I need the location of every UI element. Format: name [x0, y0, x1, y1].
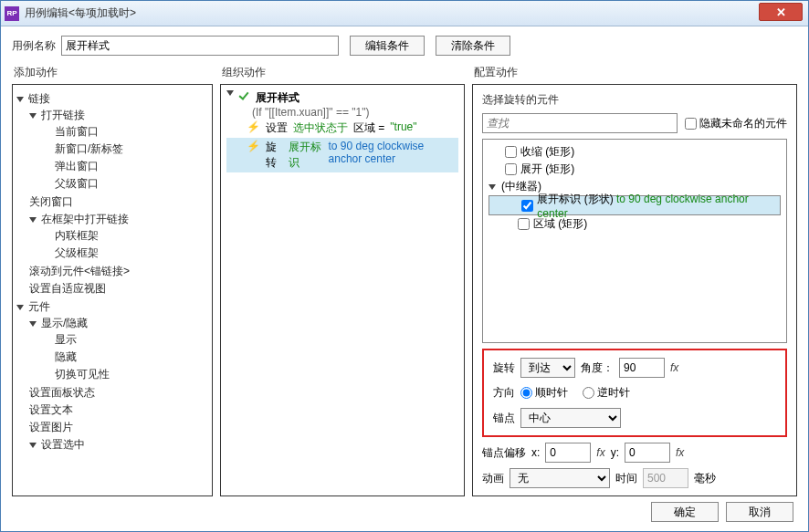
tree-item[interactable]: 父级窗口 [55, 177, 99, 190]
checkbox[interactable] [518, 218, 530, 230]
direction-label: 方向 [493, 385, 515, 401]
action-tree[interactable]: 链接 打开链接 当前窗口 新窗口/新标签 弹出窗口 父级窗口 [13, 85, 212, 460]
tree-item[interactable]: 隐藏 [55, 350, 77, 363]
tree-set-adaptive[interactable]: 设置自适应视图 [29, 282, 106, 295]
clockwise-radio[interactable]: 顺时针 [520, 385, 568, 401]
tree-item[interactable]: 内联框架 [55, 229, 99, 242]
expand-icon[interactable] [29, 443, 37, 448]
checkbox[interactable] [505, 163, 517, 175]
titlebar: RP 用例编辑<每项加载时> ✕ [1, 1, 808, 26]
animate-label: 动画 [482, 471, 504, 486]
expand-icon[interactable] [489, 184, 496, 190]
tree-show-hide[interactable]: 显示/隐藏 [41, 316, 88, 331]
search-input[interactable] [482, 113, 678, 133]
edit-condition-button[interactable]: 编辑条件 [350, 36, 425, 56]
list-item[interactable]: 区域 (矩形) [533, 216, 587, 232]
ms-label: 毫秒 [694, 471, 716, 486]
action-row[interactable]: ⚡ 设置 选中状态于 区域 = "true" [226, 119, 458, 138]
clear-condition-button[interactable]: 清除条件 [436, 36, 510, 56]
middle-header: 组织动作 [220, 65, 465, 80]
tree-item[interactable]: 新窗口/新标签 [55, 142, 123, 155]
case-icon [239, 90, 252, 103]
case-title[interactable]: 展开样式 [256, 90, 299, 106]
tree-set-panel[interactable]: 设置面板状态 [29, 386, 95, 399]
select-widget-label: 选择旋转的元件 [482, 92, 787, 108]
list-item[interactable]: (中继器) [501, 179, 541, 194]
window-title: 用例编辑<每项加载时> [25, 5, 136, 21]
time-label: 时间 [615, 471, 637, 486]
tree-open-in-frame[interactable]: 在框架中打开链接 [41, 212, 129, 227]
tree-set-image[interactable]: 设置图片 [29, 421, 73, 433]
fx-icon[interactable]: fx [670, 361, 678, 374]
ok-button[interactable]: 确定 [651, 502, 719, 522]
action-row-selected[interactable]: ⚡ 旋转 展开标识 to 90 deg clockwise anchor cen… [226, 138, 458, 172]
animate-select[interactable]: 无 [510, 468, 610, 488]
list-item[interactable]: 收缩 (矩形) [520, 144, 574, 160]
rotate-label: 旋转 [493, 360, 515, 376]
fx-icon[interactable]: fx [676, 446, 684, 459]
time-input [643, 468, 688, 488]
counterclockwise-radio[interactable]: 逆时针 [583, 385, 630, 401]
expand-icon[interactable] [29, 321, 37, 327]
case-name-label: 用例名称 [12, 38, 56, 54]
angle-input[interactable] [619, 358, 665, 378]
offset-y-input[interactable] [625, 443, 670, 463]
tree-item[interactable]: 显示 [55, 333, 77, 346]
tree-open-link[interactable]: 打开链接 [41, 108, 85, 123]
case-condition: (If "[[Item.xuan]]" == "1") [226, 106, 458, 119]
tree-set-text[interactable]: 设置文本 [29, 403, 73, 416]
app-icon: RP [5, 6, 19, 21]
right-header: 配置动作 [472, 65, 797, 80]
anchor-label: 锚点 [493, 411, 515, 426]
expand-icon[interactable] [226, 90, 234, 96]
checkbox[interactable] [521, 200, 533, 212]
hide-unnamed-checkbox[interactable]: 隐藏未命名的元件 [685, 116, 787, 131]
bolt-icon: ⚡ [247, 120, 260, 133]
tree-link[interactable]: 链接 [28, 91, 50, 107]
close-button[interactable]: ✕ [759, 3, 803, 21]
tree-scroll-to-anchor[interactable]: 滚动到元件<锚链接> [29, 265, 130, 277]
bolt-icon: ⚡ [247, 140, 260, 152]
angle-label: 角度： [581, 360, 614, 376]
checkbox[interactable] [505, 146, 517, 158]
tree-item[interactable]: 弹出窗口 [55, 160, 99, 172]
left-header: 添加动作 [12, 65, 213, 80]
list-item[interactable]: 展开 (矩形) [520, 162, 574, 177]
expand-icon[interactable] [16, 97, 24, 102]
expand-icon[interactable] [29, 113, 37, 119]
organize-panel: 展开样式 (If "[[Item.xuan]]" == "1") ⚡ 设置 选中… [220, 84, 465, 496]
anchor-offset-label: 锚点偏移 [482, 445, 526, 461]
rotate-settings: 旋转 到达 角度： fx 方向 顺时针 逆时针 [482, 349, 787, 437]
fx-icon[interactable]: fx [596, 446, 604, 459]
tree-item[interactable]: 父级框架 [55, 246, 99, 259]
expand-icon[interactable] [16, 305, 24, 310]
anchor-select[interactable]: 中心 [520, 408, 621, 428]
list-item[interactable]: 展开标识 (形状) to 90 deg clockwise anchor cen… [537, 192, 776, 220]
config-panel: 选择旋转的元件 隐藏未命名的元件 收缩 (矩形) 展开 (矩形) (中继器) 展… [472, 84, 797, 496]
tree-set-selected[interactable]: 设置选中 [41, 437, 85, 453]
add-action-panel: 链接 打开链接 当前窗口 新窗口/新标签 弹出窗口 父级窗口 [12, 84, 213, 496]
offset-x-input[interactable] [545, 443, 591, 463]
widget-list[interactable]: 收缩 (矩形) 展开 (矩形) (中继器) 展开标识 (形状) to 90 de… [482, 139, 787, 343]
expand-icon[interactable] [29, 217, 37, 223]
tree-close-window[interactable]: 关闭窗口 [29, 195, 73, 208]
rotate-mode-select[interactable]: 到达 [520, 358, 575, 378]
tree-item[interactable]: 切换可见性 [55, 368, 110, 381]
tree-widgets[interactable]: 元件 [28, 299, 50, 315]
case-name-input[interactable] [61, 36, 339, 56]
cancel-button[interactable]: 取消 [726, 502, 793, 522]
tree-item[interactable]: 当前窗口 [55, 125, 99, 138]
